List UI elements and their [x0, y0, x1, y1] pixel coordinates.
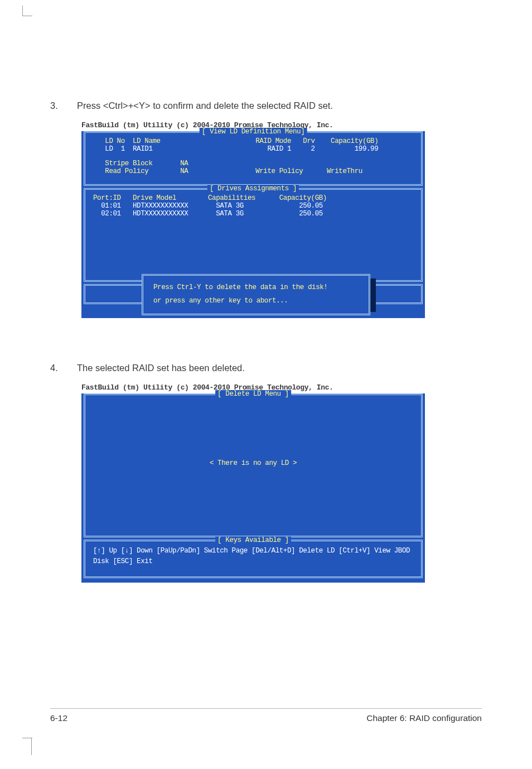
chapter-title: Chapter 6: RAID configuration [366, 713, 482, 723]
cropmark-bottom-v [31, 738, 32, 755]
ld-header: LD No LD Name RAID Mode Drv Capacity(GB) [93, 137, 413, 145]
panel-keys: [ Keys Available ] [↑] Up [↓] Down [PaUp… [84, 540, 423, 578]
ld-row: LD 1 RAID1 RAID 1 2 199.99 [93, 145, 413, 153]
stripe-row: Stripe Block NA [93, 160, 413, 167]
panel-keys-title: [ Keys Available ] [215, 536, 291, 544]
dialog-line-2: or press any other key to abort... [153, 295, 359, 308]
step-4-number: 4. [50, 363, 61, 373]
drive-row-1: 01:01 HDTXXXXXXXXXXX SATA 3G 250.05 [93, 202, 413, 210]
panel-view-ld-title: [ View LD Definition Menu] [200, 128, 307, 136]
drive-row-2: 02:01 HDTXXXXXXXXXXX SATA 3G 250.05 [93, 210, 413, 218]
panel-drives: [ Drives Assignments ] Port:ID Drive Mod… [84, 188, 423, 282]
panel-delete-ld-title: [ Delete LD Menu ] [215, 390, 291, 398]
panel-drives-title: [ Drives Assignments ] [207, 185, 299, 193]
page-number: 6-12 [50, 713, 67, 723]
terminal-1: [ View LD Definition Menu] LD No LD Name… [81, 131, 425, 318]
no-ld-text: < There is no any LD > [210, 459, 297, 467]
confirm-dialog: Press Ctrl-Y to delete the data in the d… [142, 274, 370, 315]
dialog-line-1: Press Ctrl-Y to delete the data in the d… [153, 281, 359, 295]
step-4: 4. The selected RAID set has been delete… [50, 363, 482, 373]
step-3-text: Press <Ctrl>+<Y> to confirm and delete t… [77, 100, 333, 111]
panel-delete-ld: [ Delete LD Menu ] < There is no any LD … [84, 393, 423, 537]
keys-text: [↑] Up [↓] Down [PaUp/PaDn] Switch Page … [93, 546, 413, 568]
read-row: Read Policy NA Write Policy WriteThru [93, 167, 413, 175]
step-3-number: 3. [50, 100, 61, 111]
step-3: 3. Press <Ctrl>+<Y> to confirm and delet… [50, 100, 482, 111]
drives-header: Port:ID Drive Model Capabilities Capacit… [93, 194, 413, 202]
step-4-text: The selected RAID set has been deleted. [77, 363, 245, 373]
panel-view-ld: [ View LD Definition Menu] LD No LD Name… [84, 131, 423, 186]
page-footer: 6-12 Chapter 6: RAID configuration [50, 708, 482, 723]
terminal-2: [ Delete LD Menu ] < There is no any LD … [81, 393, 425, 583]
